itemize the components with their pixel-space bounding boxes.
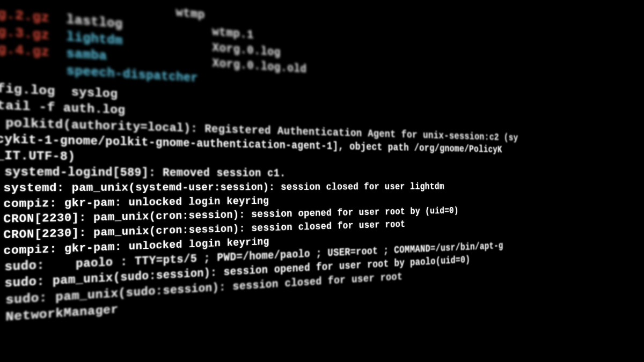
terminal-screen[interactable]: wtmp log.2.gz lastlog wtmp.1 log.3.gz li… (0, 0, 560, 362)
